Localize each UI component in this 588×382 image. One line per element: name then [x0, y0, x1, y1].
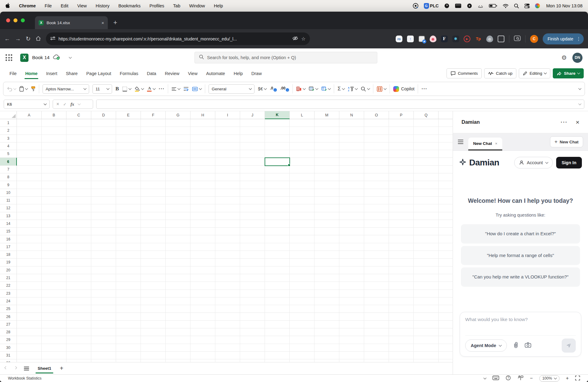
cell-clipped-1[interactable] [439, 119, 453, 127]
cell-N6[interactable] [339, 158, 364, 165]
cell-B31[interactable] [42, 352, 66, 359]
cell-K32[interactable] [265, 359, 290, 362]
cell-F23[interactable] [141, 290, 166, 297]
cell-N11[interactable] [339, 197, 364, 204]
cell-clipped-11[interactable] [439, 197, 453, 204]
cell-A9[interactable] [17, 181, 42, 189]
cell-P10[interactable] [389, 189, 414, 197]
cell-C6[interactable] [66, 158, 91, 165]
cell-clipped-26[interactable] [439, 313, 453, 320]
cell-I30[interactable] [215, 344, 240, 352]
cell-L29[interactable] [290, 336, 315, 344]
cell-Q1[interactable] [414, 119, 439, 127]
ribbon-tab-insert[interactable]: Insert [43, 69, 61, 78]
cell-I24[interactable] [215, 297, 240, 305]
cell-A30[interactable] [17, 344, 42, 352]
cell-K24[interactable] [265, 297, 290, 305]
format-painter-button[interactable] [31, 86, 36, 92]
cell-N24[interactable] [339, 297, 364, 305]
cell-C23[interactable] [66, 290, 91, 297]
cell-K6[interactable] [265, 158, 290, 165]
cell-D10[interactable] [91, 189, 116, 197]
cell-B22[interactable] [42, 282, 66, 289]
cell-O9[interactable] [364, 181, 389, 189]
cell-P8[interactable] [389, 173, 414, 181]
cell-O21[interactable] [364, 274, 389, 282]
sort-filter-button[interactable]: AZ [348, 86, 357, 92]
cell-K15[interactable] [265, 228, 290, 235]
cell-B18[interactable] [42, 251, 66, 259]
ribbon-tab-page-layout[interactable]: Page Layout [83, 69, 115, 78]
cell-A18[interactable] [17, 251, 42, 259]
cell-B7[interactable] [42, 166, 66, 173]
cell-G3[interactable] [166, 135, 190, 142]
cell-M1[interactable] [315, 119, 339, 127]
cell-L30[interactable] [290, 344, 315, 352]
cell-E15[interactable] [116, 228, 141, 235]
cell-B30[interactable] [42, 344, 66, 352]
cell-O20[interactable] [364, 267, 389, 274]
cell-E12[interactable] [116, 204, 141, 212]
browser-menu-icon[interactable]: ⋮ [576, 36, 581, 42]
cell-E20[interactable] [116, 267, 141, 274]
cell-J30[interactable] [240, 344, 265, 352]
cell-G26[interactable] [166, 313, 190, 320]
ribbon-tab-draw[interactable]: Draw [248, 69, 265, 78]
row-header-9[interactable]: 9 [0, 181, 17, 189]
cell-B19[interactable] [42, 259, 66, 266]
cell-J32[interactable] [240, 359, 265, 362]
column-header-H[interactable]: H [190, 111, 215, 119]
cell-N9[interactable] [339, 181, 364, 189]
cell-F2[interactable] [141, 127, 166, 134]
cell-D6[interactable] [91, 158, 116, 165]
row-header-12[interactable]: 12 [0, 204, 17, 212]
row-header-21[interactable]: 21 [0, 274, 17, 282]
cell-Q25[interactable] [414, 305, 439, 313]
cell-K4[interactable] [265, 142, 290, 150]
cell-L10[interactable] [290, 189, 315, 197]
settings-gear-icon[interactable]: ⚙ [561, 54, 567, 61]
panel-close-icon[interactable]: × [576, 119, 579, 126]
cell-E19[interactable] [116, 259, 141, 266]
cell-C12[interactable] [66, 204, 91, 212]
cell-M6[interactable] [315, 158, 339, 165]
cell-M8[interactable] [315, 173, 339, 181]
cell-C4[interactable] [66, 142, 91, 150]
cell-M10[interactable] [315, 189, 339, 197]
cell-P6[interactable] [389, 158, 414, 165]
cell-N14[interactable] [339, 220, 364, 228]
cell-A6[interactable] [17, 158, 42, 165]
cell-C15[interactable] [66, 228, 91, 235]
fill-color-button[interactable] [134, 86, 144, 92]
cell-J1[interactable] [240, 119, 265, 127]
cell-K5[interactable] [265, 150, 290, 158]
cell-A2[interactable] [17, 127, 42, 134]
cell-E5[interactable] [116, 150, 141, 158]
chat-tab[interactable]: New Chat × [468, 138, 502, 150]
cell-O12[interactable] [364, 204, 389, 212]
cell-M9[interactable] [315, 181, 339, 189]
cell-clipped-12[interactable] [439, 204, 453, 212]
row-header-13[interactable]: 13 [0, 212, 17, 220]
column-header-D[interactable]: D [91, 111, 116, 119]
cell-A21[interactable] [17, 274, 42, 282]
cell-I11[interactable] [215, 197, 240, 204]
cell-E14[interactable] [116, 220, 141, 228]
cell-B16[interactable] [42, 235, 66, 243]
cell-O19[interactable] [364, 259, 389, 266]
cell-clipped-22[interactable] [439, 282, 453, 289]
minimize-window-button[interactable] [13, 18, 17, 22]
cell-B29[interactable] [42, 336, 66, 344]
cell-P24[interactable] [389, 297, 414, 305]
cell-P7[interactable] [389, 166, 414, 173]
cell-clipped-27[interactable] [439, 321, 453, 328]
formula-input[interactable] [96, 100, 584, 109]
cell-clipped-30[interactable] [439, 344, 453, 352]
cell-M13[interactable] [315, 212, 339, 220]
cell-E23[interactable] [116, 290, 141, 297]
meeting-app-icon[interactable] [413, 3, 419, 9]
cell-J24[interactable] [240, 297, 265, 305]
cell-M11[interactable] [315, 197, 339, 204]
cell-O28[interactable] [364, 328, 389, 336]
cell-F14[interactable] [141, 220, 166, 228]
